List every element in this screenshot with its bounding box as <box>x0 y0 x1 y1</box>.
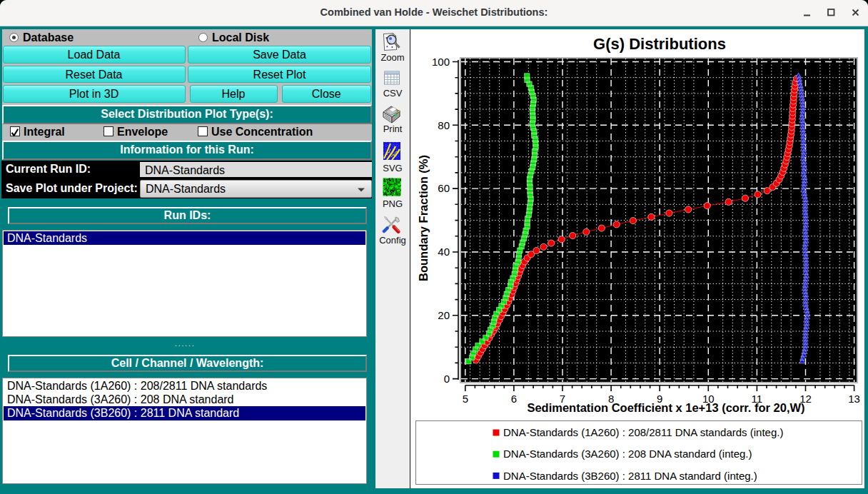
svg-text:Boundary Fraction (%): Boundary Fraction (%) <box>417 155 430 281</box>
svg-text:40: 40 <box>438 246 450 258</box>
svg-text:0: 0 <box>444 373 450 385</box>
svg-text:100: 100 <box>432 56 450 68</box>
svg-text:Sedimentation Coefficient x 1e: Sedimentation Coefficient x 1e+13 (corr.… <box>527 401 804 414</box>
svg-text:5: 5 <box>463 393 468 405</box>
svg-text:13: 13 <box>848 393 860 405</box>
svg-text:20: 20 <box>438 309 450 321</box>
svg-text:80: 80 <box>438 119 450 131</box>
svg-text:DNA-Standards (3B260) : 2811 D: DNA-Standards (3B260) : 2811 DNA standar… <box>503 470 757 482</box>
svg-text:DNA-Standards (3A260) : 208 DN: DNA-Standards (3A260) : 208 DNA standard… <box>503 448 752 460</box>
svg-text:6: 6 <box>511 393 517 405</box>
svg-text:DNA-Standards (1A260) : 208/28: DNA-Standards (1A260) : 208/2811 DNA sta… <box>503 426 783 438</box>
svg-text:G(s) Distributions: G(s) Distributions <box>593 35 726 53</box>
svg-text:60: 60 <box>438 182 450 194</box>
